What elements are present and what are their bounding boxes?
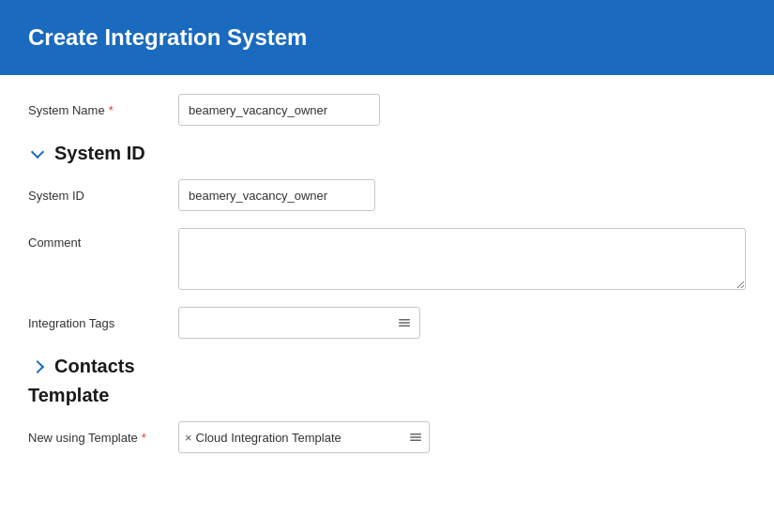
template-heading: Template (28, 385, 746, 406)
svg-rect-0 (399, 319, 410, 321)
tags-list-icon (397, 315, 412, 330)
template-tag-remove-button[interactable]: × (185, 431, 192, 445)
system-id-row: System ID (28, 179, 746, 211)
page-wrapper: Create Integration System System Name* S… (0, 0, 774, 532)
system-name-input[interactable] (178, 94, 380, 126)
comment-row: Comment (28, 228, 746, 290)
template-select-container[interactable]: × Cloud Integration Template (178, 421, 430, 453)
system-name-label: System Name* (28, 103, 178, 117)
system-name-row: System Name* (28, 94, 746, 126)
comment-label: Comment (28, 228, 178, 250)
svg-rect-5 (410, 440, 421, 442)
system-id-chevron-icon[interactable] (28, 144, 47, 163)
system-id-section-title: System ID (54, 143, 145, 164)
template-tag: × Cloud Integration Template (185, 431, 341, 445)
contacts-section-header: Contacts (28, 356, 746, 377)
svg-rect-3 (410, 433, 421, 435)
integration-tags-label: Integration Tags (28, 316, 178, 330)
template-tag-label: Cloud Integration Template (196, 431, 341, 445)
comment-textarea[interactable] (178, 228, 746, 290)
system-id-label: System ID (28, 189, 178, 203)
page-title: Create Integration System (28, 24, 307, 51)
new-using-template-row: New using Template* × Cloud Integration … (28, 421, 746, 453)
svg-rect-2 (399, 326, 410, 327)
required-star-system-name: * (109, 103, 114, 117)
svg-rect-4 (410, 436, 421, 438)
system-id-section-header: System ID (28, 143, 746, 164)
new-using-template-label: New using Template* (28, 431, 178, 445)
integration-tags-row: Integration Tags (28, 307, 746, 339)
template-section: Template New using Template* × Cloud Int… (28, 385, 746, 453)
page-content: System Name* System ID System ID Comment… (0, 75, 774, 532)
contacts-chevron-icon[interactable] (28, 357, 47, 376)
page-header: Create Integration System (0, 0, 774, 75)
integration-tags-input[interactable] (178, 307, 420, 339)
system-id-input[interactable] (178, 179, 375, 211)
contacts-section-title: Contacts (54, 356, 135, 377)
required-star-template: * (142, 431, 146, 445)
svg-rect-1 (399, 322, 410, 324)
template-select-list-icon (408, 430, 423, 445)
